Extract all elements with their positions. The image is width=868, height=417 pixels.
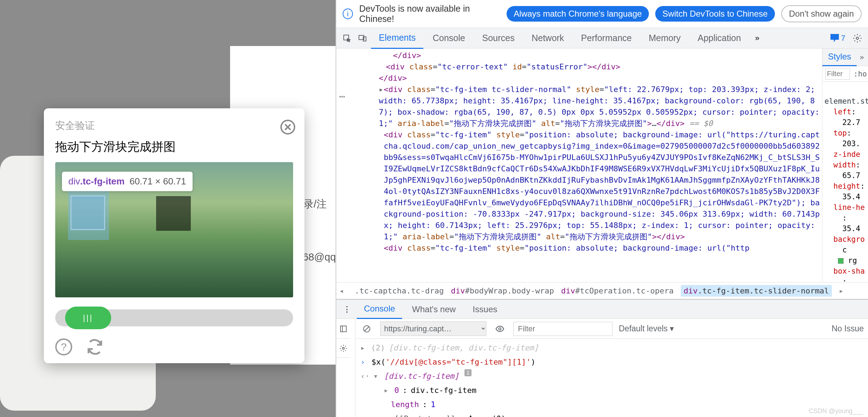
help-icon[interactable]: ? <box>55 338 72 355</box>
breadcrumb-item[interactable]: .tc-captcha.tc-drag <box>355 286 444 295</box>
hov-toggle[interactable]: :ho <box>853 70 867 78</box>
captcha-title: 安全验证 <box>55 119 293 132</box>
tab-styles[interactable]: Styles <box>822 48 857 66</box>
info-message: DevTools is now available in Chinese! <box>359 4 500 24</box>
page-viewport: 录/注 68@qq. 安全验证 拖动下方滑块完成拼图 ||| ? div.tc-… <box>0 0 336 417</box>
no-issues-label: No Issue <box>832 324 864 333</box>
inspect-element-icon[interactable] <box>340 31 354 45</box>
breadcrumb-item-selected[interactable]: div.tc-fg-item.tc-slider-normal <box>681 285 832 297</box>
console-sidebar-toggle-icon[interactable] <box>336 319 350 339</box>
tab-performance[interactable]: Performance <box>573 28 639 48</box>
devtools-pane: i DevTools is now available in Chinese! … <box>336 0 868 417</box>
console-settings-icon[interactable] <box>336 339 350 358</box>
drawer-tab-issues[interactable]: Issues <box>466 300 504 319</box>
tab-application[interactable]: Application <box>690 28 749 48</box>
console-filter-input[interactable] <box>513 322 612 336</box>
selected-node-marker: == $0 <box>685 119 713 128</box>
styles-pane: Styles » :ho element.style { left: 22.7 … <box>822 48 868 282</box>
svg-point-6 <box>342 347 344 349</box>
drawer-tab-console[interactable]: Console <box>357 299 402 319</box>
breadcrumb-item[interactable]: div#tcOperation.tc-opera <box>561 286 674 295</box>
console-output[interactable]: ▸(2) [div.tc-fg-item, div.tc-fg-item] ›$… <box>355 339 868 417</box>
tab-network[interactable]: Network <box>524 28 572 48</box>
svg-point-9 <box>499 327 501 330</box>
message-icon <box>830 34 839 42</box>
device-toolbar-icon[interactable] <box>355 31 370 45</box>
login-register-text: 录/注 <box>303 197 327 211</box>
puzzle-hole <box>156 196 191 231</box>
svg-rect-4 <box>341 326 347 332</box>
watermark: CSDN @young___ <box>809 407 863 415</box>
tooltip-tag: div <box>68 176 80 187</box>
message-count: 7 <box>841 34 845 43</box>
tooltip-class: .tc-fg-item <box>80 176 125 187</box>
close-icon[interactable] <box>280 120 295 135</box>
breadcrumb-item[interactable]: div#bodyWrap.body-wrap <box>451 286 554 295</box>
captcha-footer: ? <box>55 338 293 355</box>
drawer-menu-icon[interactable]: ⋮ <box>340 302 354 316</box>
info-icon: i <box>343 8 353 19</box>
tab-console[interactable]: Console <box>425 28 473 48</box>
breadcrumb-right-icon[interactable]: ▸ <box>839 286 847 295</box>
drawer-tab-whatsnew[interactable]: What's new <box>405 300 463 319</box>
live-expression-icon[interactable] <box>493 322 507 336</box>
slider-track[interactable]: ||| <box>55 309 293 326</box>
dom-tree[interactable]: ⋯ </div> <div class="tc-error-text" id="… <box>336 48 822 282</box>
breadcrumb-left-icon[interactable]: ◂ <box>339 286 348 295</box>
log-levels-dropdown[interactable]: Default levels ▾ <box>619 324 674 333</box>
dom-ellipsis-icon[interactable]: ⋯ <box>339 91 345 102</box>
styles-filter-input[interactable] <box>825 68 850 80</box>
context-selector[interactable]: https://turing.capt… <box>380 321 486 336</box>
styles-rules[interactable]: element.style { left: 22.7 top: 203. z-i… <box>822 82 868 282</box>
tab-elements[interactable]: Elements <box>371 28 423 49</box>
info-badge-icon[interactable]: i <box>464 369 472 376</box>
match-language-button[interactable]: Always match Chrome's language <box>507 6 649 22</box>
dom-breadcrumb: ◂ .tc-captcha.tc-drag div#bodyWrap.body-… <box>336 282 868 299</box>
svg-point-3 <box>856 37 859 39</box>
captcha-instruction: 拖动下方滑块完成拼图 <box>55 139 293 155</box>
email-fragment-text: 68@qq. <box>303 251 339 263</box>
devtools-info-bar: i DevTools is now available in Chinese! … <box>336 0 868 28</box>
console-toolbar: https://turing.capt… Default levels ▾ No… <box>355 319 868 339</box>
tab-memory[interactable]: Memory <box>641 28 688 48</box>
refresh-icon[interactable] <box>86 338 103 355</box>
devtools-body: ⋯ </div> <div class="tc-error-text" id="… <box>336 48 868 282</box>
slider-handle[interactable]: ||| <box>65 307 111 329</box>
clear-console-icon[interactable] <box>360 322 374 336</box>
svg-line-8 <box>365 327 369 331</box>
tooltip-dims: 60.71 × 60.71 <box>130 176 186 187</box>
messages-badge[interactable]: 7 <box>827 34 849 43</box>
switch-language-button[interactable]: Switch DevTools to Chinese <box>655 6 775 22</box>
puzzle-slider-piece[interactable] <box>70 195 105 230</box>
styles-tab-bar: Styles » <box>822 48 868 66</box>
devtools-tabs: Elements Console Sources Network Perform… <box>336 28 868 48</box>
styles-filter-bar: :ho <box>822 66 868 82</box>
console-drawer: ⋮ Console What's new Issues https://turi… <box>336 299 868 417</box>
captcha-modal: 安全验证 拖动下方滑块完成拼图 ||| ? <box>44 108 304 363</box>
tab-sources[interactable]: Sources <box>474 28 522 48</box>
dismiss-button[interactable]: Don't show again <box>781 5 862 22</box>
more-styles-tabs-icon[interactable]: » <box>857 53 867 62</box>
settings-icon[interactable] <box>850 31 864 45</box>
color-swatch[interactable] <box>838 258 844 264</box>
more-tabs-icon[interactable]: » <box>750 31 764 45</box>
inspect-tooltip: div.tc-fg-item60.71 × 60.71 <box>62 172 193 191</box>
console-drawer-tabs: ⋮ Console What's new Issues <box>336 300 868 319</box>
